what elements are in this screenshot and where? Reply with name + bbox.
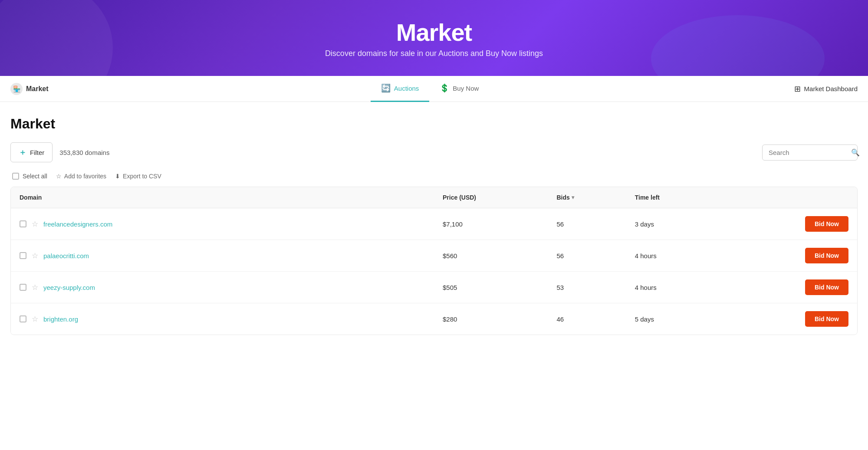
auctions-tab-label: Auctions <box>394 85 419 92</box>
search-icon[interactable]: 🔍 <box>851 148 860 157</box>
price-cell: $7,100 <box>434 208 548 240</box>
export-csv-button[interactable]: ⬇ Export to CSV <box>115 173 161 180</box>
export-icon: ⬇ <box>115 173 120 180</box>
main-content: Market ＋ Filter 353,830 domains 🔍 Select… <box>0 102 868 450</box>
filter-plus-icon: ＋ <box>19 147 26 158</box>
time-left-cell: 4 hours <box>626 272 721 303</box>
filter-label: Filter <box>30 149 44 156</box>
bid-now-button[interactable]: Bid Now <box>805 248 848 263</box>
bids-cell: 46 <box>548 303 626 335</box>
filter-row: ＋ Filter 353,830 domains 🔍 <box>10 142 858 162</box>
hero-title: Market <box>396 18 472 46</box>
navbar: 🏪 Market 🔄 Auctions 💲 Buy Now ⊞ Market D… <box>0 76 868 102</box>
bids-cell: 56 <box>548 208 626 240</box>
favorite-star-icon[interactable]: ☆ <box>32 283 38 292</box>
hero-subtitle: Discover domains for sale in our Auction… <box>325 49 543 58</box>
brand-icon: 🏪 <box>10 83 23 95</box>
favorites-label: Add to favorites <box>64 173 106 180</box>
dashboard-label: Market Dashboard <box>804 85 858 92</box>
domain-cell: ☆ yeezy-supply.com <box>11 272 434 303</box>
domain-table: Domain Price (USD) Bids ▾ Time left <box>11 187 857 335</box>
domain-cell: ☆ brighten.org <box>11 303 434 335</box>
time-left-cell: 4 hours <box>626 240 721 272</box>
domain-cell: ☆ freelancedesigners.com <box>11 208 434 240</box>
tab-buy-now[interactable]: 💲 Buy Now <box>429 76 489 102</box>
price-cell: $560 <box>434 240 548 272</box>
domain-cell: ☆ palaeocritti.com <box>11 240 434 272</box>
actions-row: Select all ☆ Add to favorites ⬇ Export t… <box>10 173 858 180</box>
favorite-star-icon[interactable]: ☆ <box>32 315 38 324</box>
row-checkbox[interactable] <box>20 220 26 227</box>
domain-link[interactable]: freelancedesigners.com <box>43 220 112 228</box>
action-cell: Bid Now <box>721 272 857 303</box>
row-checkbox[interactable] <box>20 252 26 259</box>
search-box: 🔍 <box>762 145 858 161</box>
price-cell: $505 <box>434 272 548 303</box>
col-header-domain: Domain <box>11 187 434 208</box>
select-all-checkbox[interactable] <box>12 173 19 180</box>
table-header-row: Domain Price (USD) Bids ▾ Time left <box>11 187 857 208</box>
row-checkbox[interactable] <box>20 284 26 291</box>
dashboard-icon: ⊞ <box>794 84 801 94</box>
table-row: ☆ yeezy-supply.com $505 53 4 hours Bid N… <box>11 272 857 303</box>
table-row: ☆ palaeocritti.com $560 56 4 hours Bid N… <box>11 240 857 272</box>
filter-button[interactable]: ＋ Filter <box>10 142 53 162</box>
search-input[interactable] <box>769 149 851 156</box>
domain-count: 353,830 domains <box>59 149 109 156</box>
select-all-label[interactable]: Select all <box>12 173 47 180</box>
favorite-star-icon[interactable]: ☆ <box>32 220 38 229</box>
col-header-time-left: Time left <box>626 187 721 208</box>
time-left-cell: 3 days <box>626 208 721 240</box>
add-to-favorites-button[interactable]: ☆ Add to favorites <box>56 173 106 180</box>
hero-banner: Market Discover domains for sale in our … <box>0 0 868 76</box>
favorites-icon: ☆ <box>56 173 62 180</box>
row-checkbox[interactable] <box>20 315 26 322</box>
domain-table-container: Domain Price (USD) Bids ▾ Time left <box>10 187 858 335</box>
bid-now-button[interactable]: Bid Now <box>805 311 848 327</box>
col-header-price: Price (USD) <box>434 187 548 208</box>
brand-label: Market <box>26 85 49 93</box>
select-all-text: Select all <box>23 173 47 180</box>
page-title: Market <box>10 116 858 132</box>
action-cell: Bid Now <box>721 303 857 335</box>
auctions-tab-icon: 🔄 <box>381 83 391 93</box>
tab-auctions[interactable]: 🔄 Auctions <box>371 76 430 102</box>
bids-sort-icon: ▾ <box>572 194 574 200</box>
table-row: ☆ brighten.org $280 46 5 days Bid Now <box>11 303 857 335</box>
bid-now-button[interactable]: Bid Now <box>805 279 848 295</box>
bids-cell: 53 <box>548 272 626 303</box>
buy-now-tab-label: Buy Now <box>453 85 479 92</box>
price-cell: $280 <box>434 303 548 335</box>
buy-now-tab-icon: 💲 <box>440 83 449 93</box>
action-cell: Bid Now <box>721 208 857 240</box>
export-label: Export to CSV <box>123 173 161 180</box>
table-row: ☆ freelancedesigners.com $7,100 56 3 day… <box>11 208 857 240</box>
domain-link[interactable]: palaeocritti.com <box>43 252 89 259</box>
domain-link[interactable]: yeezy-supply.com <box>43 284 95 291</box>
col-header-action <box>721 187 857 208</box>
brand-link[interactable]: 🏪 Market <box>10 83 49 95</box>
domain-link[interactable]: brighten.org <box>43 315 78 323</box>
favorite-star-icon[interactable]: ☆ <box>32 251 38 260</box>
navbar-tabs: 🔄 Auctions 💲 Buy Now <box>66 76 794 102</box>
market-dashboard-link[interactable]: ⊞ Market Dashboard <box>794 84 858 94</box>
col-header-bids[interactable]: Bids ▾ <box>548 187 626 208</box>
bid-now-button[interactable]: Bid Now <box>805 216 848 232</box>
bids-cell: 56 <box>548 240 626 272</box>
action-cell: Bid Now <box>721 240 857 272</box>
time-left-cell: 5 days <box>626 303 721 335</box>
